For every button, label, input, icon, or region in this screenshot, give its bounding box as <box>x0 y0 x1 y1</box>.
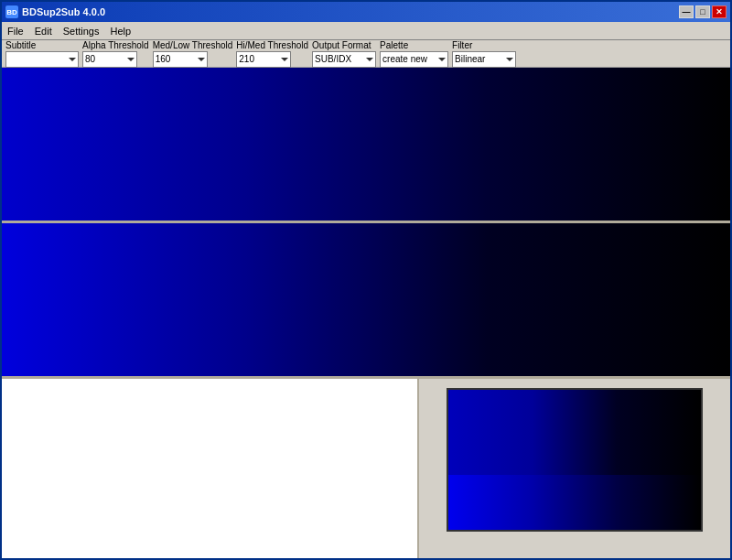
lower-right-panel <box>419 379 730 558</box>
med-low-threshold-label: Med/Low Threshold <box>153 40 233 50</box>
maximize-button[interactable]: □ <box>695 5 710 18</box>
hi-med-threshold-select[interactable]: 210 <box>236 51 291 68</box>
alpha-threshold-label: Alpha Threshold <box>82 40 149 50</box>
subtitle-group: Subtitle <box>5 40 79 68</box>
toolbar: Subtitle Alpha Threshold 80 Med/Low Thre… <box>2 40 730 68</box>
filter-group: Filter Bilinear <box>452 40 516 68</box>
menu-edit[interactable]: Edit <box>29 24 58 38</box>
subtitle-label: Subtitle <box>5 40 79 50</box>
title-bar: BD BDSup2Sub 4.0.0 — □ ✕ <box>2 2 730 22</box>
lower-left-panel <box>2 379 419 558</box>
title-bar-left: BD BDSup2Sub 4.0.0 <box>5 5 105 18</box>
palette-select[interactable]: create new <box>380 51 448 68</box>
app-window: BD BDSup2Sub 4.0.0 — □ ✕ File Edit Setti… <box>0 0 732 560</box>
menu-settings[interactable]: Settings <box>58 24 105 38</box>
filter-select[interactable]: Bilinear <box>452 51 516 68</box>
hi-med-threshold-group: Hi/Med Threshold 210 <box>236 40 308 68</box>
alpha-threshold-select[interactable]: 80 <box>82 51 137 68</box>
menu-bar: File Edit Settings Help <box>2 22 730 40</box>
bottom-preview <box>2 223 730 379</box>
output-format-group: Output Format SUB/IDX <box>312 40 376 68</box>
menu-help[interactable]: Help <box>104 24 136 38</box>
window-controls: — □ ✕ <box>679 5 727 18</box>
top-preview <box>2 68 730 223</box>
lower-section <box>2 379 730 558</box>
subtitle-select[interactable] <box>5 51 79 68</box>
thumbnail-preview <box>447 388 703 532</box>
filter-label: Filter <box>452 40 516 50</box>
output-format-select[interactable]: SUB/IDX <box>312 51 376 68</box>
output-format-label: Output Format <box>312 40 376 50</box>
alpha-threshold-group: Alpha Threshold 80 <box>82 40 149 68</box>
med-low-threshold-group: Med/Low Threshold 160 <box>153 40 233 68</box>
palette-group: Palette create new <box>380 40 448 68</box>
hi-med-threshold-label: Hi/Med Threshold <box>236 40 308 50</box>
window-title: BDSup2Sub 4.0.0 <box>22 6 105 17</box>
thumbnail-preview-inner <box>448 475 701 530</box>
menu-file[interactable]: File <box>2 24 29 38</box>
minimize-button[interactable]: — <box>679 5 694 18</box>
close-button[interactable]: ✕ <box>712 5 727 18</box>
main-content <box>2 68 730 558</box>
palette-label: Palette <box>380 40 448 50</box>
app-icon: BD <box>5 5 18 18</box>
med-low-threshold-select[interactable]: 160 <box>153 51 208 68</box>
